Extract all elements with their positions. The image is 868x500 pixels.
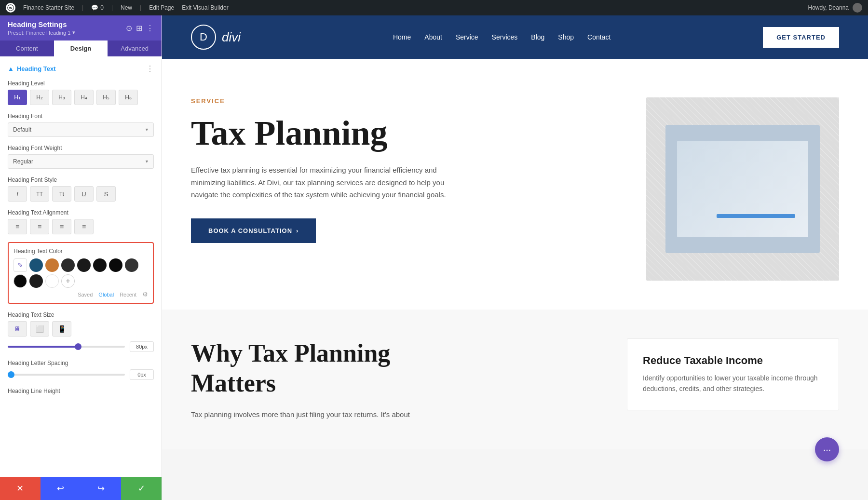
nav-home[interactable]: Home <box>393 33 411 41</box>
site-name[interactable]: Finance Starter Site <box>23 4 74 11</box>
align-left-btn[interactable]: ≡ <box>8 219 27 234</box>
sidebar: Heading Settings Preset: Finance Heading… <box>0 15 162 500</box>
heading-font-label: Heading Font <box>8 113 154 120</box>
nav-about[interactable]: About <box>424 33 442 41</box>
heading-font-select[interactable]: Default <box>8 122 154 137</box>
color-swatch-black4[interactable] <box>14 274 27 288</box>
color-swatches: ✎ + <box>14 258 148 288</box>
heading-color-section: Heading Text Color ✎ + Saved <box>8 242 154 304</box>
lower-title: Why Tax Planning Matters <box>191 338 598 399</box>
svg-text:W: W <box>9 6 13 10</box>
more-options-icon[interactable]: ⋮ <box>146 24 154 33</box>
focus-mode-icon[interactable]: ⊙ <box>126 24 132 33</box>
hero-title: Tax Planning <box>191 114 617 152</box>
heading-font-group: Heading Font Default <box>8 113 154 137</box>
heading-font-style-group: Heading Font Style I TT Tt U S <box>8 176 154 202</box>
color-settings-icon[interactable]: ⚙ <box>142 291 148 298</box>
mobile-icon[interactable]: 📱 <box>52 321 71 337</box>
italic-btn[interactable]: I <box>8 186 27 202</box>
align-justify-btn[interactable]: ≡ <box>74 219 94 234</box>
color-swatch-black5[interactable] <box>29 274 43 288</box>
nav-shop[interactable]: Shop <box>558 33 574 41</box>
heading-level-h5[interactable]: H₅ <box>96 90 116 105</box>
color-tab-global[interactable]: Global <box>98 292 114 297</box>
heading-alignment-group: Heading Text Alignment ≡ ≡ ≡ ≡ <box>8 209 154 234</box>
heading-line-height-label: Heading Line Height <box>8 388 154 394</box>
tt2-btn[interactable]: Tt <box>52 186 71 202</box>
color-picker-icon[interactable]: ✎ <box>14 258 27 272</box>
size-slider-track[interactable] <box>8 346 125 348</box>
hero-label: SERVICE <box>191 97 617 105</box>
sidebar-tabs: Content Design Advanced <box>0 41 162 56</box>
color-tab-recent[interactable]: Recent <box>120 292 136 297</box>
heading-level-group: Heading Level H₁ H₂ H₃ H₄ H₅ H₆ <box>8 80 154 105</box>
heading-level-h6[interactable]: H₆ <box>119 90 138 105</box>
hero-text: Effective tax planning is essential for … <box>191 164 461 201</box>
nav-contact[interactable]: Contact <box>587 33 610 41</box>
letter-spacing-track[interactable] <box>8 374 125 376</box>
color-swatch-darkgray[interactable] <box>61 258 75 272</box>
color-swatch-blue[interactable] <box>29 258 43 272</box>
heading-font-weight-group: Heading Font Weight Regular <box>8 145 154 169</box>
add-color-btn[interactable]: + <box>61 274 75 288</box>
heading-font-weight-select[interactable]: Regular <box>8 154 154 169</box>
underline-btn[interactable]: U <box>74 186 94 202</box>
cancel-button[interactable]: ✕ <box>0 477 41 500</box>
nav-cta-button[interactable]: GET STARTED <box>763 27 839 48</box>
preview-area: D divi Home About Service Services Blog … <box>162 15 868 500</box>
tab-content[interactable]: Content <box>0 41 54 56</box>
sidebar-preset[interactable]: Preset: Finance Heading 1 ▾ <box>8 29 75 36</box>
tt-btn[interactable]: TT <box>30 186 49 202</box>
align-center-btn[interactable]: ≡ <box>30 219 49 234</box>
heading-color-label: Heading Text Color <box>14 248 148 255</box>
align-right-btn[interactable]: ≡ <box>52 219 71 234</box>
comment-count[interactable]: 💬 0 <box>91 4 104 11</box>
heading-font-style-label: Heading Font Style <box>8 176 154 183</box>
tablet-icon[interactable]: ⬜ <box>30 321 49 337</box>
color-swatch-orange[interactable] <box>45 258 59 272</box>
tab-design[interactable]: Design <box>54 41 108 56</box>
nav-blog[interactable]: Blog <box>531 33 544 41</box>
letter-spacing-value[interactable]: 0px <box>130 369 154 380</box>
color-swatch-black1[interactable] <box>77 258 91 272</box>
save-button[interactable]: ✓ <box>121 477 162 500</box>
tab-advanced[interactable]: Advanced <box>108 41 162 56</box>
nav-service[interactable]: Service <box>456 33 478 41</box>
section-heading: ▲ Heading Text ⋮ <box>8 64 154 73</box>
expand-icon[interactable]: ⊞ <box>136 24 142 33</box>
collapse-icon[interactable]: ▲ <box>8 65 14 72</box>
strikethrough-btn[interactable]: S <box>96 186 116 202</box>
heading-level-h2[interactable]: H₂ <box>30 90 49 105</box>
exit-builder-link[interactable]: Exit Visual Builder <box>182 4 229 11</box>
sidebar-title: Heading Settings <box>8 20 75 28</box>
size-value[interactable]: 80px <box>130 341 154 352</box>
wp-logo[interactable]: W <box>6 3 15 13</box>
lower-text: Tax planning involves more than just fil… <box>191 408 598 421</box>
heading-level-h1[interactable]: H₁ <box>8 90 27 105</box>
heading-level-h3[interactable]: H₃ <box>52 90 71 105</box>
hero-section: SERVICE Tax Planning Effective tax plann… <box>162 59 868 310</box>
heading-level-label: Heading Level <box>8 80 154 87</box>
nav-services[interactable]: Services <box>492 33 518 41</box>
hero-image-pattern <box>646 97 839 281</box>
fab-button[interactable]: ··· <box>815 437 839 461</box>
undo-button[interactable]: ↩ <box>41 477 81 500</box>
desktop-icon[interactable]: 🖥 <box>8 321 27 337</box>
color-swatch-black2[interactable] <box>93 258 107 272</box>
color-tab-saved[interactable]: Saved <box>78 292 93 297</box>
edit-page-link[interactable]: Edit Page <box>149 4 174 11</box>
sidebar-content: ▲ Heading Text ⋮ Heading Level H₁ H₂ H₃ … <box>0 56 162 477</box>
color-swatch-white[interactable] <box>45 274 59 288</box>
heading-level-h4[interactable]: H₄ <box>74 90 94 105</box>
color-swatch-black3[interactable] <box>109 258 122 272</box>
hero-cta-button[interactable]: BOOK A CONSULTATION › <box>191 218 316 243</box>
style-buttons: I TT Tt U S <box>8 186 154 202</box>
section-title: Heading Text <box>17 65 56 72</box>
redo-button[interactable]: ↪ <box>81 477 122 500</box>
section-more-icon[interactable]: ⋮ <box>146 64 154 73</box>
heading-font-weight-wrapper: Regular <box>8 154 154 169</box>
cta-arrow-icon: › <box>296 227 298 234</box>
new-link[interactable]: New <box>121 4 132 11</box>
color-swatch-charcoal[interactable] <box>125 258 138 272</box>
card: Reduce Taxable Income Identify opportuni… <box>627 338 839 410</box>
